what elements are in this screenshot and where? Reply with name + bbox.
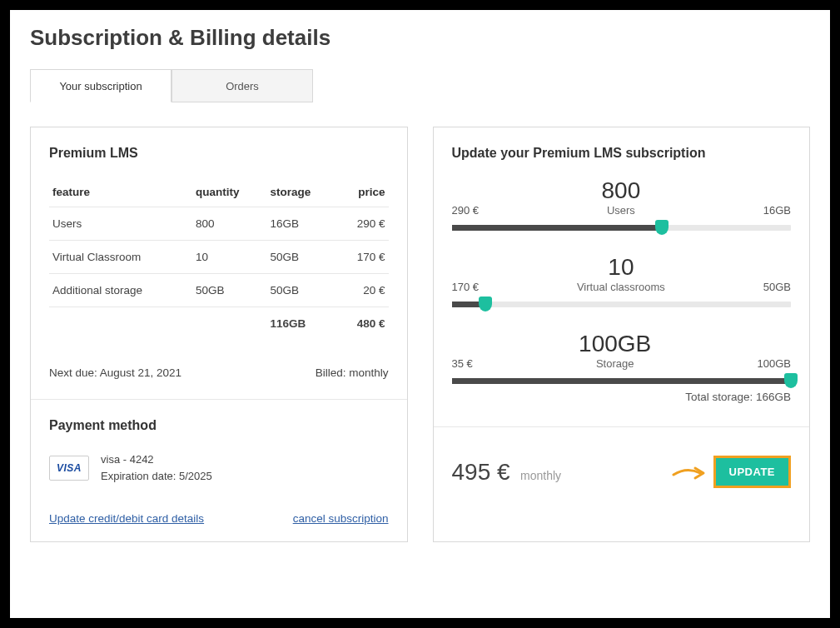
arrow-icon — [672, 465, 705, 480]
slider-thumb[interactable] — [784, 373, 798, 388]
tabs: Your subscription Orders — [30, 69, 810, 103]
card-label: visa - 4242 — [101, 451, 212, 468]
next-due: Next due: August 21, 2021 — [49, 366, 181, 379]
slider-vc-right: 50GB — [763, 281, 791, 293]
slider-users-left: 290 € — [452, 204, 480, 217]
update-button[interactable]: UPDATE — [713, 456, 791, 488]
slider-storage-left: 35 € — [452, 357, 473, 370]
col-quantity: quantity — [192, 179, 267, 207]
slider-users: 290 € 800 Users 16GB — [452, 179, 792, 231]
new-price: 495 € — [452, 459, 510, 485]
table-row: Additional storage 50GB 50GB 20 € — [49, 274, 389, 307]
payment-method-heading: Payment method — [49, 418, 389, 433]
slider-users-label: Users — [602, 204, 641, 217]
update-heading: Update your Premium LMS subscription — [452, 146, 792, 161]
slider-storage-label: Storage — [579, 357, 651, 370]
update-card-link[interactable]: Update credit/debit card details — [49, 512, 204, 525]
card-expiry: Expiration date: 5/2025 — [101, 468, 212, 485]
billed-cycle: Billed: monthly — [316, 366, 389, 379]
slider-users-value: 800 — [602, 179, 641, 202]
slider-thumb[interactable] — [655, 220, 669, 235]
page-title: Subscription & Billing details — [30, 25, 810, 51]
col-feature: feature — [49, 179, 192, 207]
col-price: price — [337, 179, 389, 207]
new-cycle: monthly — [520, 469, 561, 482]
slider-vc-label: Virtual classrooms — [577, 281, 665, 293]
slider-vc-left: 170 € — [452, 281, 480, 293]
table-total-row: 116GB 480 € — [49, 307, 389, 341]
plan-name: Premium LMS — [49, 146, 389, 161]
slider-vc-value: 10 — [577, 256, 665, 279]
page: Subscription & Billing details Your subs… — [10, 10, 830, 618]
features-table: feature quantity storage price Users 800… — [49, 179, 389, 340]
table-row: Virtual Classroom 10 50GB 170 € — [49, 241, 389, 274]
total-storage: Total storage: 166GB — [452, 391, 792, 403]
slider-users-right: 16GB — [763, 204, 791, 217]
slider-storage: 35 € 100GB Storage 100GB — [452, 332, 792, 384]
tab-subscription[interactable]: Your subscription — [30, 69, 171, 102]
slider-vc: 170 € 10 Virtual classrooms 50GB — [452, 256, 792, 307]
col-storage: storage — [267, 179, 337, 207]
slider-users-track[interactable] — [452, 225, 792, 231]
slider-storage-value: 100GB — [579, 332, 651, 356]
slider-vc-track[interactable] — [452, 302, 792, 307]
slider-storage-track[interactable] — [452, 378, 792, 384]
tab-orders[interactable]: Orders — [171, 69, 313, 102]
update-plan-panel: Update your Premium LMS subscription 290… — [433, 127, 811, 542]
current-plan-panel: Premium LMS feature quantity storage pri… — [30, 127, 408, 542]
table-row: Users 800 16GB 290 € — [49, 207, 389, 241]
visa-icon: VISA — [49, 456, 89, 481]
slider-thumb[interactable] — [479, 297, 492, 312]
cancel-subscription-link[interactable]: cancel subscription — [293, 512, 389, 525]
payment-method: VISA visa - 4242 Expiration date: 5/2025 — [49, 451, 389, 484]
slider-storage-right: 100GB — [758, 357, 791, 370]
